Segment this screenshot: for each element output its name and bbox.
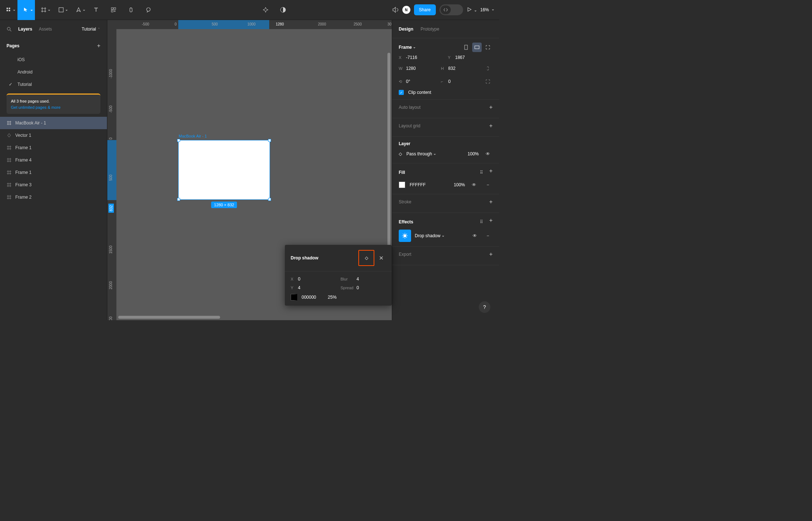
- y-input[interactable]: 1867: [455, 55, 477, 60]
- pen-tool[interactable]: [70, 0, 87, 20]
- design-tab[interactable]: Design: [399, 27, 413, 32]
- resize-fit-icon[interactable]: [483, 43, 493, 52]
- add-export[interactable]: [489, 251, 493, 258]
- effect-settings-button[interactable]: [399, 230, 411, 242]
- svg-rect-0: [7, 8, 8, 9]
- export-title: Export: [399, 252, 411, 257]
- add-layout-grid[interactable]: [489, 123, 493, 129]
- file-name-dropdown[interactable]: Tutorial ⌃: [81, 27, 100, 32]
- layer-frame1a[interactable]: Frame 1: [0, 142, 107, 154]
- frame-tool[interactable]: [35, 0, 52, 20]
- rotation-input[interactable]: 0°: [406, 79, 428, 84]
- canvas-scrollbar-v[interactable]: [387, 53, 390, 256]
- right-panel: Design Prototype Frame X-7116 Y1867 W128…: [392, 20, 499, 320]
- dev-mode-toggle[interactable]: [439, 4, 463, 15]
- shadow-opacity-input[interactable]: 25%: [328, 295, 337, 300]
- shadow-spread-input[interactable]: 0: [357, 285, 378, 290]
- selected-frame[interactable]: MacBook Air - 1 1280 × 832: [178, 140, 270, 200]
- figma-menu-button[interactable]: [0, 0, 17, 20]
- page-item-ios[interactable]: iOS: [0, 53, 107, 66]
- layer-opacity-input[interactable]: 100%: [467, 151, 479, 156]
- fill-styles-icon[interactable]: ⠿: [477, 168, 486, 177]
- resize-handle-br[interactable]: [268, 198, 271, 201]
- portrait-orientation[interactable]: [461, 43, 471, 52]
- move-tool[interactable]: [17, 0, 35, 20]
- fill-hex-input[interactable]: FFFFFF: [410, 182, 426, 187]
- add-auto-layout[interactable]: [489, 104, 493, 111]
- share-button[interactable]: Share: [414, 4, 436, 15]
- effects-styles-icon[interactable]: ⠿: [477, 217, 486, 227]
- clip-content-label: Clip content: [408, 90, 431, 95]
- user-avatar[interactable]: N: [402, 6, 410, 14]
- layer-frame4[interactable]: Frame 4: [0, 154, 107, 166]
- fill-visibility-icon[interactable]: 👁: [469, 180, 479, 190]
- visibility-icon[interactable]: 👁: [483, 149, 493, 159]
- fill-opacity-input[interactable]: 100%: [454, 182, 465, 187]
- blend-mode-popup-icon[interactable]: ◇: [358, 250, 374, 266]
- resources-tool[interactable]: [105, 0, 122, 20]
- blend-mode-dropdown[interactable]: Pass through: [406, 151, 436, 156]
- close-popup-icon[interactable]: [377, 253, 386, 263]
- hand-tool[interactable]: [122, 0, 140, 20]
- dark-mode-toggle[interactable]: [277, 0, 289, 20]
- blend-mode-icon: ◇: [399, 151, 402, 156]
- shadow-blur-input[interactable]: 4: [357, 277, 378, 282]
- layers-tab[interactable]: Layers: [18, 27, 32, 32]
- layer-frame1b[interactable]: Frame 1: [0, 166, 107, 179]
- frame-dropdown[interactable]: Frame: [399, 45, 415, 50]
- shadow-x-input[interactable]: 0: [298, 277, 320, 282]
- add-page-button[interactable]: [97, 43, 100, 49]
- constrain-proportions-icon[interactable]: [483, 64, 493, 73]
- shadow-color-input[interactable]: 000000: [302, 295, 316, 300]
- shadow-y-input[interactable]: 4: [298, 285, 320, 290]
- audio-icon[interactable]: [391, 6, 399, 13]
- stroke-title: Stroke: [399, 199, 411, 204]
- ai-tool[interactable]: [260, 0, 271, 20]
- present-button[interactable]: [467, 7, 477, 13]
- svg-rect-2: [7, 10, 8, 11]
- remove-effect-icon[interactable]: −: [483, 231, 493, 240]
- comment-tool[interactable]: [140, 0, 157, 20]
- landscape-orientation[interactable]: [472, 43, 482, 52]
- height-input[interactable]: 832: [448, 66, 470, 71]
- add-fill[interactable]: [489, 168, 493, 177]
- layer-macbook[interactable]: MacBook Air - 1: [0, 117, 107, 129]
- effect-type-dropdown[interactable]: Drop shadow: [415, 233, 444, 238]
- effects-title: Effects: [399, 219, 413, 224]
- page-item-tutorial[interactable]: Tutorial: [0, 78, 107, 91]
- clip-content-checkbox[interactable]: ✓: [399, 90, 404, 95]
- prototype-tab[interactable]: Prototype: [421, 27, 439, 32]
- vector-icon: [7, 133, 12, 138]
- text-tool[interactable]: [87, 0, 105, 20]
- page-item-android[interactable]: Android: [0, 66, 107, 78]
- effect-visibility-icon[interactable]: 👁: [470, 231, 479, 240]
- upgrade-link[interactable]: Get unlimited pages & more: [11, 104, 96, 111]
- frame-label[interactable]: MacBook Air - 1: [179, 134, 207, 138]
- canvas-scrollbar-h[interactable]: [118, 316, 326, 319]
- frame-icon: [7, 182, 12, 187]
- width-input[interactable]: 1280: [406, 66, 428, 71]
- assets-tab[interactable]: Assets: [39, 27, 52, 32]
- search-icon[interactable]: [7, 27, 12, 32]
- layer-frame3[interactable]: Frame 3: [0, 179, 107, 191]
- resize-handle-tr[interactable]: [268, 139, 271, 142]
- shape-tool[interactable]: [52, 0, 70, 20]
- help-button[interactable]: ?: [479, 301, 490, 313]
- svg-rect-12: [475, 46, 479, 49]
- resize-handle-bl[interactable]: [177, 198, 180, 201]
- layer-frame2[interactable]: Frame 2: [0, 191, 107, 203]
- zoom-level[interactable]: 16%: [480, 7, 494, 12]
- corner-input[interactable]: 0: [448, 79, 470, 84]
- add-stroke[interactable]: [489, 199, 493, 205]
- svg-rect-5: [111, 8, 113, 9]
- svg-point-8: [147, 8, 150, 11]
- independent-corners-icon[interactable]: [483, 77, 493, 86]
- remove-fill-icon[interactable]: −: [483, 180, 493, 190]
- svg-rect-11: [465, 45, 467, 49]
- resize-handle-tl[interactable]: [177, 139, 180, 142]
- layer-vector1[interactable]: Vector 1: [0, 129, 107, 142]
- shadow-color-swatch[interactable]: [291, 294, 297, 301]
- add-effect[interactable]: [489, 217, 493, 227]
- x-input[interactable]: -7116: [406, 55, 428, 60]
- fill-swatch[interactable]: [399, 182, 405, 188]
